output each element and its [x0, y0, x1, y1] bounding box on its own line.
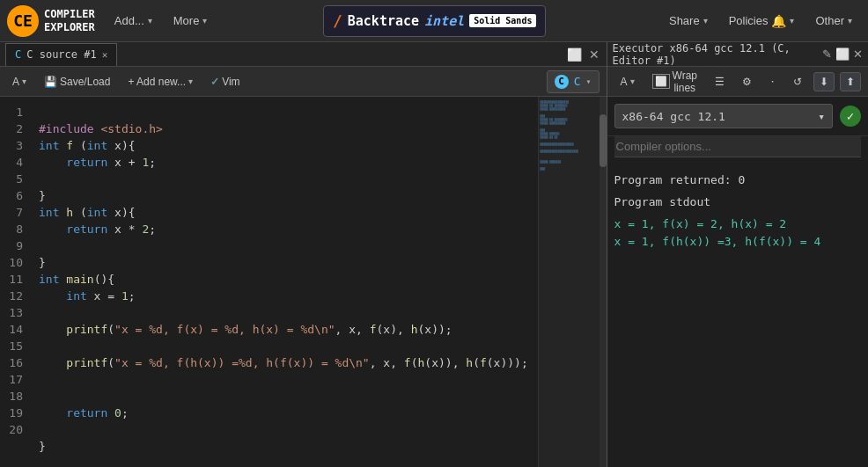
sponsor-solid-text: Solid Sands [469, 14, 536, 27]
program-stdout-label: Program stdout [614, 193, 861, 212]
more-chevron-icon: ▾ [202, 16, 207, 26]
editor-pane: C C source #1 ✕ ⬜ ✕ A ▾ 💾 Save/Load + Ad… [0, 42, 607, 467]
terminal-icon: ⬝ [769, 76, 776, 88]
executor-tab-title: Executor x86-64 gcc 12.1 (C, Editor #1) [613, 42, 822, 67]
language-selector[interactable]: C C ▾ [547, 70, 600, 93]
bell-icon: 🔔 [771, 14, 786, 28]
import-icon: ⬇ [820, 76, 828, 88]
nav-right: Share ▾ Policies 🔔 ▾ Other ▾ [660, 11, 861, 32]
editor-toolbar: A ▾ 💾 Save/Load + Add new... ▾ ✓ Vim C C… [0, 67, 607, 97]
wrap-lines-icon: ⬜ [652, 74, 670, 89]
save-icon: 💾 [44, 76, 57, 88]
tab-close-icon[interactable]: ✕ [102, 49, 108, 61]
editor-scrollbar-thumb[interactable] [600, 114, 607, 167]
executor-terminal-button[interactable]: ⬝ [763, 72, 782, 91]
refresh-icon: ↺ [793, 76, 802, 88]
svg-text:CE: CE [13, 11, 33, 30]
line-numbers: 1 2 3 4 5 6 7 8 9 10 11 12 13 14 15 16 1… [0, 97, 32, 467]
executor-import-button[interactable]: ⬇ [813, 72, 835, 91]
executor-toolbar: A ▾ ⬜ Wrap lines ☰ ⚙ ⬝ ↺ ⬇ ⬆ [607, 67, 868, 97]
sponsor-banner[interactable]: / Backtrace intel Solid Sands [323, 5, 547, 37]
executor-close-button[interactable]: ✕ [853, 47, 863, 61]
minimap-content: ██████████████████ █████ ██ ████████ ███… [539, 97, 600, 174]
executor-pane: Executor x86-64 gcc 12.1 (C, Editor #1) … [607, 42, 868, 467]
editor-scrollbar[interactable] [600, 97, 607, 467]
sponsor-slash-icon: / [333, 11, 342, 30]
main-layout: C C source #1 ✕ ⬜ ✕ A ▾ 💾 Save/Load + Ad… [0, 42, 868, 467]
editor-tab[interactable]: C C source #1 ✕ [5, 43, 117, 66]
logo-icon: CE [7, 5, 39, 37]
output-section: Program returned: 0 Program stdout x = 1… [607, 164, 868, 259]
close-editor-button[interactable]: ✕ [587, 47, 601, 62]
executor-refresh-button[interactable]: ↺ [787, 72, 808, 91]
policies-menu-button[interactable]: Policies 🔔 ▾ [720, 11, 804, 32]
executor-font-chevron-icon: ▾ [630, 77, 635, 86]
program-returned-label: Program returned: 0 [614, 171, 861, 190]
logo-area: CE COMPILER EXPLORER [7, 5, 95, 37]
vim-icon: ✓ [210, 76, 219, 88]
compiler-ok-indicator: ✓ [840, 106, 861, 127]
output-line-2: x = 1, f(h(x)) =3, h(f(x)) = 4 [614, 233, 861, 252]
compiler-selector-row: x86-64 gcc 12.1 ▾ ✓ [607, 97, 868, 136]
lang-c-icon: C [555, 75, 569, 89]
top-nav: CE COMPILER EXPLORER Add... ▾ More ▾ / B… [0, 0, 868, 42]
sponsor-backtrace-text: Backtrace [348, 13, 419, 29]
executor-tab-icons: ✎ ⬜ ✕ [822, 47, 863, 61]
add-menu-button[interactable]: Add... ▾ [106, 11, 161, 31]
executor-font-icon: A [621, 76, 628, 88]
save-load-button[interactable]: 💾 Save/Load [39, 73, 115, 91]
editor-tab-bar: C C source #1 ✕ ⬜ ✕ [0, 42, 607, 67]
compiler-dropdown[interactable]: x86-64 gcc 12.1 ▾ [614, 104, 833, 128]
wrap-lines-button[interactable]: ⬜ Wrap lines [646, 66, 703, 98]
font-size-button[interactable]: A ▾ [7, 73, 32, 91]
code-editor[interactable]: 1 2 3 4 5 6 7 8 9 10 11 12 13 14 15 16 1… [0, 97, 607, 467]
font-chevron-icon: ▾ [22, 77, 26, 86]
list-icon: ☰ [715, 76, 725, 88]
compiler-options-input[interactable] [614, 136, 861, 157]
more-menu-button[interactable]: More ▾ [165, 11, 217, 31]
sponsor-intel-text: intel [424, 13, 464, 29]
executor-tab-bar: Executor x86-64 gcc 12.1 (C, Editor #1) … [607, 42, 868, 67]
lang-chevron-icon: ▾ [586, 77, 592, 86]
share-chevron-icon: ▾ [703, 16, 708, 26]
other-chevron-icon: ▾ [848, 16, 852, 26]
c-file-icon: C [15, 48, 21, 61]
code-content[interactable]: #include <stdio.h> int f (int x){ return… [32, 97, 538, 467]
output-line-1: x = 1, f(x) = 2, h(x) = 2 [614, 215, 861, 234]
executor-export-button[interactable]: ⬆ [840, 72, 861, 91]
minimap: ██████████████████ █████ ██ ████████ ███… [538, 97, 600, 467]
executor-font-button[interactable]: A ▾ [614, 72, 641, 91]
executor-maximize-button[interactable]: ⬜ [835, 47, 850, 61]
policies-chevron-icon: ▾ [790, 16, 794, 26]
tab-window-icons: ⬜ ✕ [565, 47, 601, 62]
gear-icon: ⚙ [742, 76, 752, 88]
add-new-chevron-icon: ▾ [188, 77, 193, 86]
export-icon: ⬆ [846, 76, 855, 88]
maximize-button[interactable]: ⬜ [565, 47, 584, 62]
compiler-dropdown-chevron-icon: ▾ [818, 110, 825, 123]
executor-list-button[interactable]: ☰ [709, 72, 731, 91]
add-chevron-icon: ▾ [148, 16, 152, 26]
font-icon: A [12, 76, 19, 88]
add-new-button[interactable]: + Add new... ▾ [122, 73, 198, 91]
share-menu-button[interactable]: Share ▾ [660, 11, 717, 31]
executor-settings-button[interactable]: ⚙ [736, 72, 758, 91]
logo-text: COMPILER EXPLORER [44, 8, 95, 33]
vim-button[interactable]: ✓ Vim [205, 73, 245, 91]
executor-edit-icon[interactable]: ✎ [822, 47, 832, 61]
other-menu-button[interactable]: Other ▾ [806, 11, 861, 31]
